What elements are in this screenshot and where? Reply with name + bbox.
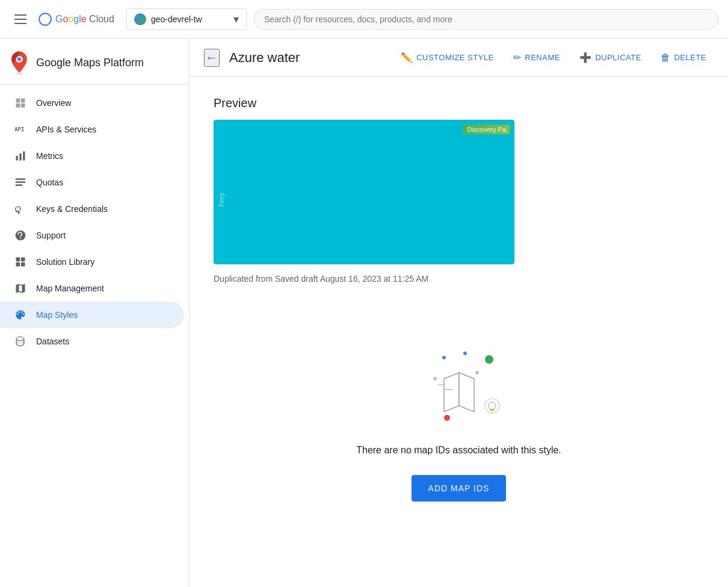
svg-point-14 — [442, 356, 446, 359]
rename-button[interactable]: ✏ RENAME — [506, 47, 567, 68]
sidebar-item-keys[interactable]: Keys & Credentials — [0, 196, 184, 222]
customize-style-button[interactable]: ✏️ CUSTOMIZE STYLE — [393, 47, 501, 68]
key-icon — [14, 203, 26, 215]
sidebar-item-label-keys: Keys & Credentials — [36, 204, 108, 214]
svg-point-2 — [17, 57, 21, 61]
sidebar-item-label-solution: Solution Library — [36, 257, 94, 267]
content-area: ← Azure water ✏️ CUSTOMIZE STYLE ✏ RENAM… — [190, 39, 728, 587]
customize-icon: ✏️ — [401, 52, 413, 63]
map-id-section: There are no map IDs associated with thi… — [214, 312, 704, 514]
sidebar-item-label-map-management: Map Management — [36, 284, 104, 293]
sidebar-nav: Overview API APIs & Services Metrics — [0, 85, 189, 587]
svg-rect-4 — [16, 156, 18, 161]
svg-point-20 — [433, 377, 437, 380]
sidebar-item-datasets[interactable]: Datasets — [0, 328, 184, 355]
search-bar[interactable] — [254, 9, 718, 30]
svg-rect-5 — [19, 154, 21, 161]
delete-button[interactable]: 🗑 DELETE — [653, 48, 714, 68]
project-name: geo-devrel-tw — [151, 14, 229, 24]
project-avatar — [134, 13, 146, 25]
svg-point-19 — [475, 371, 479, 374]
sidebar-item-label-datasets: Datasets — [36, 337, 69, 346]
svg-rect-6 — [23, 152, 25, 161]
sidebar-item-apis[interactable]: API APIs & Services — [0, 116, 184, 143]
svg-rect-11 — [21, 258, 25, 262]
project-selector[interactable]: geo-devrel-tw ▾ — [126, 8, 247, 30]
page-title: Azure water — [229, 50, 384, 66]
duplicate-icon: ➕ — [579, 52, 592, 63]
map-management-icon — [14, 282, 26, 294]
sidebar-item-map-management[interactable]: Map Management — [0, 275, 184, 302]
svg-rect-13 — [21, 262, 25, 267]
delete-icon: 🗑 — [661, 52, 671, 63]
svg-rect-8 — [16, 181, 26, 183]
sidebar-item-quotas[interactable]: Quotas — [0, 169, 184, 196]
svg-rect-7 — [16, 178, 26, 180]
overview-icon — [14, 97, 26, 109]
sidebar-item-support[interactable]: Support — [0, 222, 184, 249]
sidebar-item-label-support: Support — [36, 231, 66, 240]
svg-point-23 — [485, 355, 493, 364]
quotas-icon — [14, 176, 26, 188]
solution-icon — [14, 256, 26, 268]
palette-icon — [14, 309, 26, 321]
svg-rect-12 — [16, 262, 20, 267]
map-side-text: Ferry — [218, 193, 225, 207]
chevron-down-icon: ▾ — [233, 13, 239, 26]
duplicate-info: Duplicated from Saved draft August 16, 2… — [214, 274, 704, 284]
support-icon — [14, 229, 26, 241]
sidebar-item-metrics[interactable]: Metrics — [0, 143, 184, 169]
svg-point-25 — [489, 402, 496, 409]
sidebar-item-overview[interactable]: Overview — [0, 90, 184, 116]
map-area-label: Discovery Pa — [463, 125, 510, 134]
main-layout: Google Maps Platform Overview API APIs &… — [0, 39, 728, 587]
api-icon: API — [14, 123, 26, 135]
duplicate-button[interactable]: ➕ DUPLICATE — [572, 47, 649, 68]
sidebar-item-label-overview: Overview — [36, 98, 71, 108]
sidebar-item-label-quotas: Quotas — [36, 178, 63, 187]
header-actions: ✏️ CUSTOMIZE STYLE ✏ RENAME ➕ DUPLICATE … — [393, 47, 714, 68]
maps-logo-icon — [10, 51, 29, 75]
topbar: Google Cloud geo-devrel-tw ▾ — [0, 0, 728, 39]
svg-text:API: API — [14, 126, 25, 132]
map-illustration — [399, 325, 519, 445]
svg-point-15 — [463, 352, 467, 355]
svg-point-17 — [444, 415, 450, 421]
map-preview: Discovery Pa Ferry — [214, 120, 514, 264]
hamburger-button[interactable] — [10, 10, 31, 29]
logo-text: Google Cloud — [55, 14, 114, 25]
sidebar-item-solution[interactable]: Solution Library — [0, 249, 184, 275]
sidebar-item-label-metrics: Metrics — [36, 151, 63, 161]
sidebar-title: Google Maps Platform — [36, 57, 144, 69]
sidebar-item-label-apis: APIs & Services — [36, 125, 96, 134]
svg-rect-9 — [16, 184, 23, 186]
sidebar-item-map-styles[interactable]: Map Styles — [0, 302, 184, 328]
sidebar: Google Maps Platform Overview API APIs &… — [0, 39, 190, 587]
sidebar-item-label-map-styles: Map Styles — [36, 310, 78, 320]
rename-icon: ✏ — [513, 52, 522, 63]
search-input[interactable] — [264, 14, 708, 24]
content-body: Preview Discovery Pa Ferry Duplicated fr… — [190, 77, 728, 587]
datasets-icon — [14, 335, 26, 347]
svg-rect-10 — [16, 258, 20, 262]
sidebar-brand: Google Maps Platform — [0, 39, 189, 85]
add-map-ids-button[interactable]: ADD MAP IDS — [412, 475, 507, 502]
preview-label: Preview — [214, 96, 704, 110]
metrics-icon — [14, 150, 26, 162]
google-cloud-logo: Google Cloud — [39, 13, 114, 26]
no-map-ids-text: There are no map IDs associated with thi… — [356, 445, 561, 456]
content-header: ← Azure water ✏️ CUSTOMIZE STYLE ✏ RENAM… — [190, 39, 728, 77]
back-button[interactable]: ← — [204, 49, 220, 67]
